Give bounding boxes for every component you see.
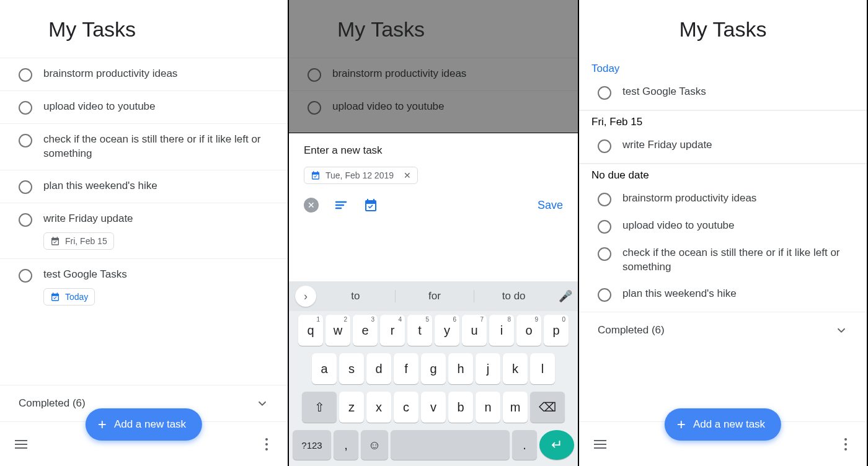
key-y[interactable]: y6 (435, 315, 459, 346)
key-p[interactable]: p0 (544, 315, 569, 346)
key-t[interactable]: t5 (407, 315, 432, 346)
task-row[interactable]: write Friday update Fri, Feb 15 (0, 203, 288, 258)
task-checkbox[interactable] (19, 68, 32, 82)
chevron-down-icon (835, 323, 848, 337)
notes-icon[interactable] (334, 198, 348, 213)
calendar-icon[interactable] (363, 198, 378, 213)
add-task-label: Add a new task (114, 418, 186, 431)
task-text: check if the ocean is still there or if … (43, 133, 275, 161)
chip-remove-icon[interactable]: ✕ (399, 170, 411, 180)
key-x[interactable]: x (366, 392, 391, 423)
key-d[interactable]: d (366, 353, 391, 384)
key-u[interactable]: u7 (462, 315, 487, 346)
date-chip[interactable]: Tue, Feb 12 2019 ✕ (304, 167, 418, 184)
group-title: Today (579, 58, 867, 79)
new-task-input[interactable]: Enter a new task (304, 144, 563, 157)
task-checkbox[interactable] (19, 213, 32, 227)
task-text: upload video to youtube (43, 100, 275, 114)
keyboard-suggestion[interactable]: for (396, 290, 475, 302)
add-task-button[interactable]: + Add a new task (665, 408, 781, 441)
completed-section-toggle[interactable]: Completed (6) (579, 312, 867, 348)
key-e[interactable]: e3 (353, 315, 378, 346)
key-v[interactable]: v (421, 392, 446, 423)
key-q[interactable]: q1 (298, 315, 323, 346)
key-r[interactable]: r4 (380, 315, 405, 346)
key-a[interactable]: a (312, 353, 337, 384)
key-h[interactable]: h (448, 353, 473, 384)
task-row[interactable]: brainstorm productivity ideas (579, 185, 867, 213)
key-f[interactable]: f (394, 353, 418, 384)
task-checkbox[interactable] (598, 193, 611, 206)
key-enter[interactable]: ↵ (539, 430, 574, 460)
task-row[interactable]: test Google Tasks (579, 79, 867, 106)
screen-new-task: My Tasks brainstorm productivity ideas u… (289, 0, 579, 466)
task-row[interactable]: upload video to youtube (0, 90, 288, 123)
overflow-menu-icon[interactable] (258, 436, 275, 453)
key-l[interactable]: l (530, 353, 555, 384)
key-w[interactable]: w2 (326, 315, 350, 346)
task-checkbox[interactable] (598, 139, 611, 153)
key-g[interactable]: g (421, 353, 446, 384)
keyboard-row-1: q1w2e3r4t5y6u7i8o9p0 (289, 311, 578, 350)
save-button[interactable]: Save (538, 199, 563, 212)
task-checkbox[interactable] (19, 180, 32, 194)
task-checkbox[interactable] (19, 101, 32, 115)
keyboard-expand-icon[interactable]: › (295, 286, 316, 307)
task-checkbox[interactable] (19, 269, 32, 283)
bottom-app-bar: + Add a new task (579, 421, 867, 466)
task-date-chip[interactable]: Today (43, 288, 95, 306)
task-checkbox[interactable] (598, 220, 611, 234)
add-task-button[interactable]: + Add a new task (86, 408, 202, 441)
menu-icon[interactable] (591, 436, 609, 453)
task-checkbox[interactable] (598, 86, 611, 100)
key-b[interactable]: b (448, 392, 473, 423)
task-checkbox[interactable] (598, 288, 611, 302)
screen-list-view: My Tasks brainstorm productivity ideas u… (0, 0, 289, 466)
mic-icon[interactable]: 🎤 (553, 289, 578, 303)
key-i[interactable]: i8 (489, 315, 514, 346)
task-checkbox[interactable] (19, 134, 32, 147)
keyboard-row-2: asdfghjkl (289, 350, 578, 388)
task-row[interactable]: write Friday update (579, 132, 867, 159)
task-row[interactable]: brainstorm productivity ideas (0, 58, 288, 90)
key-z[interactable]: z (339, 392, 364, 423)
date-chip-label: Tue, Feb 12 2019 (326, 170, 394, 180)
key-shift[interactable]: ⇧ (302, 392, 337, 423)
key-space[interactable] (391, 430, 510, 460)
task-row[interactable]: check if the ocean is still there or if … (579, 240, 867, 281)
task-text: brainstorm productivity ideas (622, 191, 854, 206)
chip-label: Fri, Feb 15 (65, 236, 107, 246)
menu-icon[interactable] (12, 436, 30, 453)
keyboard-suggestion[interactable]: to do (474, 290, 553, 302)
clear-button[interactable]: ✕ (304, 198, 319, 213)
task-text: test Google Tasks (622, 85, 854, 99)
key-o[interactable]: o9 (516, 315, 541, 346)
task-row[interactable]: plan this weekend's hike (0, 170, 288, 203)
task-text: plan this weekend's hike (622, 287, 854, 301)
task-row[interactable]: check if the ocean is still there or if … (0, 123, 288, 170)
key-symbols[interactable]: ?123 (293, 430, 331, 460)
task-row[interactable]: plan this weekend's hike (579, 281, 867, 308)
key-backspace[interactable]: ⌫ (530, 392, 565, 423)
task-text: test Google Tasks (43, 268, 275, 282)
key-k[interactable]: k (503, 353, 528, 384)
task-group: Today test Google Tasks (579, 58, 867, 110)
task-checkbox[interactable] (598, 247, 611, 261)
overflow-menu-icon[interactable] (837, 436, 854, 453)
key-emoji[interactable]: ☺ (361, 430, 388, 460)
keyboard-suggestion[interactable]: to (316, 290, 396, 302)
keyboard-row-3: ⇧zxcvbnm⌫ (289, 388, 578, 426)
key-m[interactable]: m (503, 392, 528, 423)
task-date-chip[interactable]: Fri, Feb 15 (43, 232, 114, 250)
key-s[interactable]: s (339, 353, 364, 384)
key-n[interactable]: n (476, 392, 500, 423)
task-row[interactable]: test Google Tasks Today (0, 258, 288, 314)
keyboard-suggestion-bar: › toforto do 🎤 (289, 281, 578, 311)
task-text: write Friday update (622, 138, 854, 152)
task-group: No due date brainstorm productivity idea… (579, 163, 867, 312)
key-period[interactable]: . (512, 430, 537, 460)
key-comma[interactable]: , (334, 430, 358, 460)
key-c[interactable]: c (394, 392, 418, 423)
task-row[interactable]: upload video to youtube (579, 213, 867, 240)
key-j[interactable]: j (476, 353, 500, 384)
